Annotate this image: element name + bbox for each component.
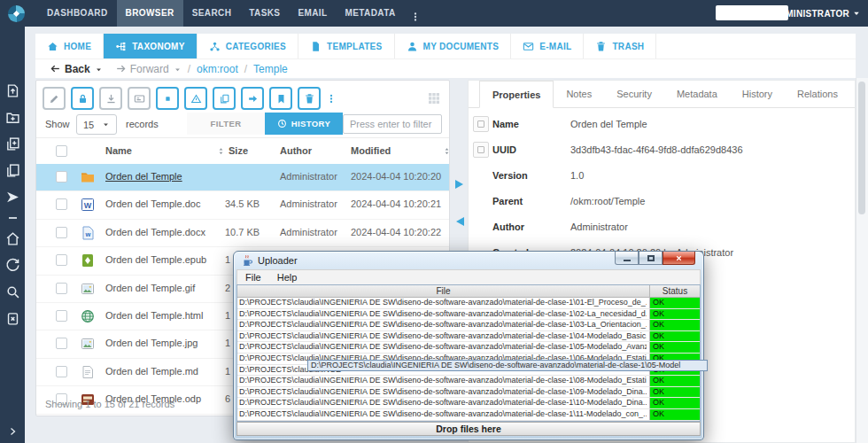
- toolbar-lock-button[interactable]: [71, 87, 94, 110]
- nav-item-search[interactable]: SEARCH: [183, 0, 241, 27]
- nav-item-tasks[interactable]: TASKS: [240, 0, 289, 27]
- toolbar-download-button[interactable]: [99, 87, 122, 110]
- add-documents-icon[interactable]: [5, 136, 20, 152]
- row-checkbox[interactable]: [56, 171, 67, 183]
- properties-tab-relations[interactable]: Relations: [785, 81, 850, 107]
- upload-row[interactable]: D:\PROJECTS\claudia\INGENIERIA DE SW\dis…: [237, 376, 700, 387]
- row-checkbox[interactable]: [56, 366, 67, 377]
- table-row[interactable]: w Orden del Temple.docx 10.7 KB Administ…: [36, 220, 449, 247]
- row-checkbox[interactable]: [56, 283, 67, 294]
- copy-documents-icon[interactable]: [5, 163, 20, 178]
- sort-icon[interactable]: [217, 145, 225, 157]
- go-home-icon[interactable]: [5, 231, 20, 246]
- document-link[interactable]: Orden del Temple.gif: [105, 283, 195, 293]
- document-link[interactable]: Orden del Temple.docx: [105, 227, 205, 237]
- column-header-modified[interactable]: Modified: [351, 145, 391, 156]
- tab-my-documents[interactable]: MY DOCUMENTS: [395, 34, 512, 58]
- nav-item-dashboard[interactable]: DASHBOARD: [38, 0, 117, 27]
- select-all-checkbox[interactable]: [56, 145, 67, 157]
- grid-icon[interactable]: [427, 91, 441, 105]
- expand-chevron-icon[interactable]: [7, 426, 18, 437]
- document-link[interactable]: Orden del Temple.epub: [105, 254, 206, 265]
- drop-files-area[interactable]: Drop files here: [236, 422, 701, 436]
- column-header-size[interactable]: Size: [229, 145, 248, 156]
- toolbar-alert-triangle-button[interactable]: [184, 87, 207, 110]
- more-vertical-icon[interactable]: [410, 11, 421, 23]
- table-row[interactable]: W Orden del Temple.doc 34.5 KB Administr…: [36, 191, 449, 219]
- maximize-button[interactable]: [639, 252, 663, 265]
- upload-row[interactable]: D:\PROJECTS\claudia\INGENIERIA DE SW\dis…: [237, 342, 700, 354]
- forward-button[interactable]: Forward: [115, 63, 182, 75]
- tab-home[interactable]: HOME: [35, 34, 104, 58]
- upload-row[interactable]: D:\PROJECTS\claudia\INGENIERIA DE SW\dis…: [237, 320, 700, 331]
- toolbar-edit-pencil-button[interactable]: [43, 87, 66, 110]
- expand-panel-arrow-icon[interactable]: [455, 180, 468, 189]
- toolbar-id-card-button[interactable]: [128, 87, 151, 110]
- toolbar-bookmark-button[interactable]: [269, 87, 292, 110]
- document-link[interactable]: Orden del Temple.jpg: [105, 338, 198, 348]
- tab-trash[interactable]: TRASH: [584, 34, 656, 58]
- toolbar-more-vertical-button[interactable]: [326, 87, 337, 110]
- row-checkbox[interactable]: [56, 310, 67, 322]
- page-size-select[interactable]: 15: [76, 114, 117, 135]
- tab-taxonomy[interactable]: TAXONOMY: [104, 34, 197, 58]
- properties-tab-metadata[interactable]: Metadata: [664, 81, 730, 107]
- toolbar-copy-button[interactable]: [213, 87, 236, 110]
- upload-document-icon[interactable]: [5, 83, 20, 98]
- close-button[interactable]: [663, 252, 695, 265]
- nav-item-email[interactable]: EMAIL: [289, 0, 336, 27]
- document-link[interactable]: Orden del Temple.html: [105, 310, 203, 321]
- sort-icon[interactable]: [443, 145, 451, 157]
- copy-button[interactable]: [473, 142, 489, 158]
- properties-tab-security[interactable]: Security: [604, 81, 664, 107]
- breadcrumb-link-folder[interactable]: Temple: [253, 63, 288, 75]
- upload-row[interactable]: D:\PROJECTS\claudia\INGENIERIA DE SW\dis…: [237, 298, 700, 309]
- nav-item-metadata[interactable]: METADATA: [337, 0, 405, 27]
- row-checkbox[interactable]: [56, 338, 67, 349]
- properties-tab-notes[interactable]: Notes: [554, 81, 604, 107]
- create-folder-icon[interactable]: [5, 110, 20, 125]
- table-filter-input[interactable]: [343, 114, 442, 134]
- column-header-name[interactable]: Name: [105, 145, 132, 156]
- copy-button[interactable]: [473, 116, 489, 132]
- collapse-panel-arrow-icon[interactable]: [452, 217, 464, 226]
- tab-e-mail[interactable]: E-MAIL: [511, 34, 584, 58]
- back-button[interactable]: Back: [50, 63, 103, 75]
- upload-row[interactable]: D:\PROJECTS\claudia\INGENIERIA DE SW\dis…: [237, 309, 700, 321]
- upload-column-status[interactable]: Status: [649, 285, 700, 297]
- menu-help[interactable]: Help: [269, 272, 306, 283]
- user-menu[interactable]: ADMINISTRATOR: [772, 0, 861, 27]
- upload-row[interactable]: D:\PROJECTS\claudia\INGENIERIA DE SW\dis…: [237, 387, 700, 399]
- delete-box-icon[interactable]: [5, 311, 20, 326]
- toolbar-arrow-right-button[interactable]: [241, 87, 264, 110]
- upload-row[interactable]: D:\PROJECTS\claudia\INGENIERIA DE SW\dis…: [237, 398, 700, 409]
- upload-row[interactable]: D:\PROJECTS\claudia\INGENIERIA DE SW\dis…: [237, 409, 700, 421]
- toolbar-trash-button[interactable]: [298, 87, 321, 110]
- nav-item-browser[interactable]: BROWSER: [117, 0, 183, 27]
- document-link[interactable]: Orden del Temple.doc: [105, 198, 200, 209]
- tab-categories[interactable]: CATEGORIES: [198, 34, 298, 58]
- caret-down-icon[interactable]: [174, 66, 182, 74]
- filter-tab[interactable]: FILTER: [187, 113, 265, 135]
- upload-row[interactable]: D:\PROJECTS\claudia\INGENIERIA DE SW\dis…: [237, 331, 700, 343]
- refresh-icon[interactable]: [5, 258, 20, 273]
- minimize-button[interactable]: [615, 252, 639, 265]
- uploader-window[interactable]: Uploader File Help File Status D:\PROJEC…: [233, 251, 704, 440]
- scrollbar-thumb[interactable]: [858, 82, 865, 214]
- properties-tab-properties[interactable]: Properties: [479, 81, 554, 108]
- search-icon[interactable]: [5, 284, 20, 299]
- tab-templates[interactable]: TEMPLATES: [298, 34, 395, 58]
- toolbar-stop-square-button[interactable]: [156, 87, 179, 110]
- document-link[interactable]: Orden del Temple.md: [105, 366, 198, 377]
- uploader-titlebar[interactable]: Uploader: [234, 252, 703, 269]
- row-checkbox[interactable]: [56, 227, 67, 238]
- column-header-author[interactable]: Author: [280, 145, 312, 156]
- row-checkbox[interactable]: [56, 198, 67, 210]
- history-tab[interactable]: HISTORY: [265, 113, 343, 135]
- upload-column-file[interactable]: File: [237, 285, 649, 297]
- menu-file[interactable]: File: [237, 272, 269, 283]
- send-icon[interactable]: [5, 190, 20, 205]
- document-link[interactable]: Orden del Temple: [105, 171, 182, 182]
- breadcrumb-link-root[interactable]: okm:root: [197, 63, 238, 75]
- row-checkbox[interactable]: [56, 254, 67, 266]
